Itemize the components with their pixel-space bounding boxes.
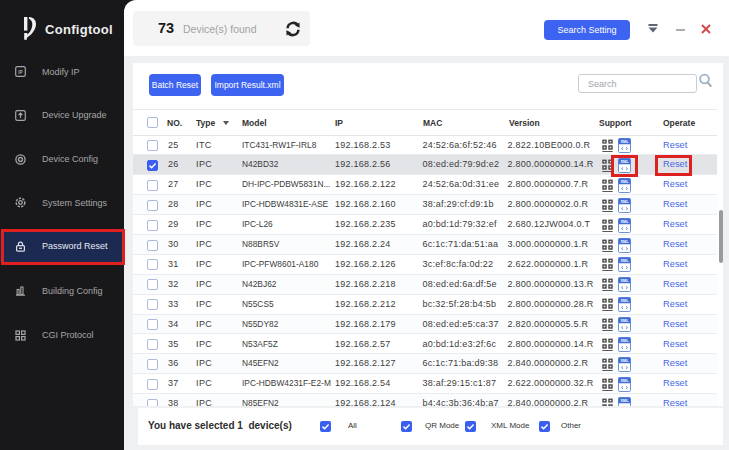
svg-text:XML: XML	[620, 219, 629, 223]
svg-text:XML: XML	[620, 299, 629, 303]
svg-text:XML: XML	[620, 379, 629, 383]
svg-text:XML: XML	[620, 259, 629, 263]
svg-text:XML: XML	[620, 359, 629, 363]
svg-text:XML: XML	[620, 180, 629, 184]
svg-text:XML: XML	[620, 319, 629, 323]
svg-text:XML: XML	[620, 200, 629, 204]
svg-text:XML: XML	[620, 399, 629, 403]
svg-text:XML: XML	[620, 279, 629, 283]
svg-text:IP: IP	[18, 70, 22, 75]
svg-text:XML: XML	[620, 339, 629, 343]
svg-text:XML: XML	[620, 239, 629, 243]
svg-text:XML: XML	[620, 140, 629, 144]
